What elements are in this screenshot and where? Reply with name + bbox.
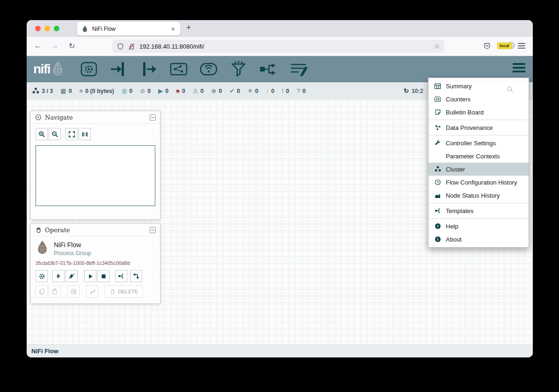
- locally-modified-icon: ✳: [247, 88, 253, 94]
- menu-item-flow-configuration-history[interactable]: Flow Configuration History: [428, 176, 529, 189]
- url-host: 192.168.40.11: [139, 43, 178, 50]
- close-window-button[interactable]: [35, 26, 41, 31]
- selected-component-name: NiFi Flow: [54, 240, 91, 249]
- sync-failure-icon: ?: [297, 88, 300, 94]
- pocket-icon[interactable]: [483, 42, 491, 50]
- status-transmitting: ◎0: [122, 88, 132, 94]
- transmitting-icon: ◎: [122, 88, 127, 94]
- navigate-panel: Navigate −: [30, 111, 160, 220]
- navigate-collapse-button[interactable]: −: [150, 114, 156, 121]
- copy-button[interactable]: [36, 285, 48, 298]
- counters-icon: 23: [434, 97, 442, 102]
- invalid-icon: ⚠: [193, 88, 198, 94]
- status-stopped: ■0: [176, 88, 185, 94]
- area-chart-icon: [434, 192, 442, 199]
- stop-button[interactable]: [97, 270, 109, 282]
- disable-button[interactable]: [65, 270, 78, 282]
- wrench-icon: [434, 140, 442, 146]
- insecure-lock-icon[interactable]: [128, 43, 135, 50]
- reload-button[interactable]: ↻: [69, 42, 75, 50]
- forward-button[interactable]: →: [51, 42, 58, 50]
- refresh-icon: ↻: [404, 88, 409, 94]
- nifi-logo-drop-icon: [51, 61, 64, 77]
- browser-tab[interactable]: NiFi Flow ×: [77, 22, 180, 36]
- menu-separator: [428, 135, 529, 135]
- tab-title: NiFi Flow: [92, 26, 170, 32]
- operate-buttons-row-1: [36, 270, 155, 282]
- tracking-protection-shield-icon[interactable]: [117, 43, 124, 50]
- disabled-icon: ⊗: [211, 88, 217, 94]
- upload-template-button[interactable]: [130, 270, 142, 282]
- fill-color-button[interactable]: [86, 285, 98, 298]
- status-last-refresh[interactable]: ↻10:2: [404, 88, 423, 94]
- process-group-tool-icon[interactable]: [168, 60, 189, 78]
- menu-item-node-status-history[interactable]: Node Status History: [428, 189, 529, 202]
- locally-modified-stale-icon: !: [282, 88, 284, 94]
- tab-bar: NiFi Flow × +: [27, 20, 533, 37]
- navigate-panel-title: Navigate: [45, 114, 150, 121]
- selected-component-id: 35cbd3b7-017b-1000-8bff-1c3405c00d6b: [36, 260, 155, 266]
- nifi-global-menu-button[interactable]: [513, 63, 525, 74]
- zoom-fit-button[interactable]: [65, 128, 78, 140]
- template-tool-icon[interactable]: [258, 60, 279, 78]
- compass-icon: [35, 114, 42, 121]
- zoom-actual-size-button[interactable]: [79, 128, 91, 140]
- status-active-threads: ▦0: [60, 88, 72, 94]
- browser-menu-button[interactable]: [518, 43, 525, 50]
- hand-icon: [35, 227, 42, 233]
- status-disabled: ⊗0: [211, 88, 222, 94]
- delete-button[interactable]: DELETE: [105, 285, 143, 298]
- status-running: ▶0: [158, 88, 168, 94]
- menu-item-bulletin-board[interactable]: Bulletin Board: [428, 106, 529, 119]
- create-template-button[interactable]: [115, 270, 127, 282]
- zoom-out-button[interactable]: [49, 128, 61, 140]
- navigate-minimap[interactable]: [36, 145, 155, 206]
- stopped-icon: ■: [176, 88, 180, 94]
- enable-button[interactable]: [52, 270, 65, 282]
- status-up-to-date: ✔0: [229, 88, 240, 94]
- output-port-tool-icon[interactable]: [138, 60, 160, 78]
- start-button[interactable]: [84, 270, 96, 282]
- minimize-window-button[interactable]: [44, 26, 50, 31]
- label-tool-icon[interactable]: [288, 60, 309, 78]
- operate-buttons-row-2: DELETE: [36, 285, 155, 298]
- input-port-tool-icon[interactable]: [108, 60, 130, 78]
- menu-item-data-provenance[interactable]: Data Provenance: [428, 121, 529, 134]
- tab-close-icon[interactable]: ×: [170, 25, 176, 33]
- svg-text:?: ?: [436, 224, 439, 228]
- group-button[interactable]: [67, 285, 80, 298]
- operate-collapse-button[interactable]: −: [150, 227, 156, 233]
- paste-button[interactable]: [49, 285, 61, 298]
- nifi-logo: nifi: [33, 61, 64, 77]
- menu-item-about[interactable]: i About: [428, 233, 529, 246]
- profile-button[interactable]: local: [497, 41, 515, 52]
- new-tab-button[interactable]: +: [186, 23, 191, 33]
- configure-button[interactable]: [36, 270, 48, 282]
- menu-item-parameter-contexts[interactable]: Parameter Contexts: [428, 150, 529, 163]
- funnel-tool-icon[interactable]: [228, 60, 249, 78]
- browser-window: NiFi Flow × + ← → ↻ 192.168.40.11 :8080/…: [27, 20, 533, 357]
- menu-item-templates[interactable]: Templates: [428, 204, 529, 217]
- address-bar[interactable]: 192.168.40.11 :8080/nifi/ ☆: [112, 40, 444, 53]
- up-to-date-icon: ✔: [229, 88, 234, 94]
- status-cluster: 3 / 3: [32, 87, 53, 94]
- menu-item-cluster[interactable]: Cluster: [428, 163, 529, 176]
- back-button[interactable]: ←: [34, 42, 42, 50]
- bookmark-star-icon[interactable]: ☆: [434, 43, 440, 50]
- data-provenance-icon: [434, 124, 442, 131]
- processor-tool-icon[interactable]: [78, 60, 100, 78]
- status-sync-failure: ?0: [297, 88, 305, 94]
- status-search-icon[interactable]: [507, 86, 514, 95]
- queued-icon: ≡: [80, 88, 83, 94]
- menu-item-help[interactable]: ? Help: [428, 220, 529, 233]
- breadcrumb[interactable]: NiFi Flow: [31, 348, 58, 355]
- operate-panel-header: Operate −: [31, 224, 160, 236]
- menu-item-controller-settings[interactable]: Controller Settings: [428, 136, 529, 150]
- templates-icon: [434, 207, 442, 214]
- nifi-favicon-icon: [81, 25, 88, 32]
- zoom-in-button[interactable]: [36, 128, 48, 140]
- process-group-drop-icon: [36, 240, 48, 256]
- remote-process-group-tool-icon[interactable]: [198, 60, 219, 78]
- menu-separator: [428, 120, 529, 120]
- maximize-window-button[interactable]: [54, 26, 59, 31]
